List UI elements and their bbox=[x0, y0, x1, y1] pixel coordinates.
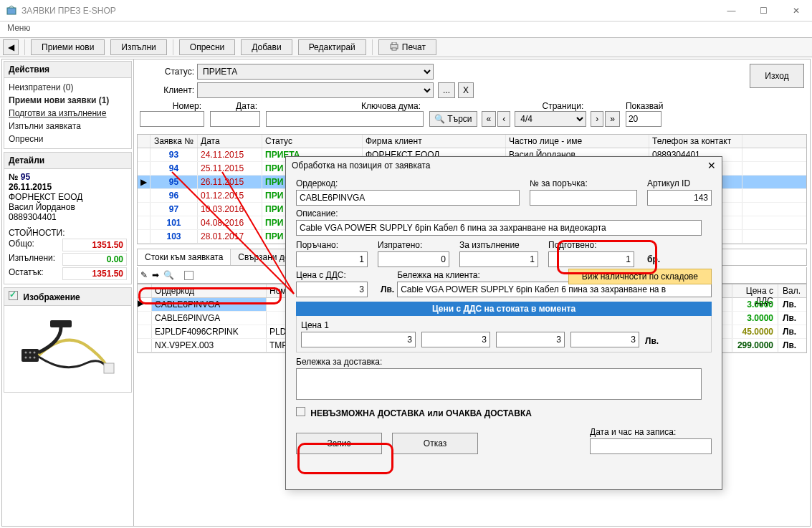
po-input[interactable] bbox=[530, 190, 637, 206]
page-next-button[interactable]: › bbox=[591, 111, 603, 127]
description-input[interactable] bbox=[296, 220, 702, 236]
price2-input[interactable] bbox=[421, 332, 490, 347]
date-input[interactable] bbox=[210, 111, 260, 127]
action-accept-new[interactable]: Приеми нови заявки (1) bbox=[9, 94, 127, 107]
fulfill-button[interactable]: Изпълни bbox=[110, 39, 166, 55]
exit-button[interactable]: Изход bbox=[750, 64, 804, 88]
product-image bbox=[14, 317, 122, 381]
action-fulfill[interactable]: Изпълни заявката bbox=[9, 120, 127, 133]
printer-icon bbox=[389, 42, 399, 53]
action-unsent[interactable]: Неизпратени (0) bbox=[9, 81, 127, 94]
pages-select[interactable]: 4/4 bbox=[515, 111, 586, 127]
page-prev-button[interactable]: ‹ bbox=[497, 111, 510, 127]
open-row-icon[interactable]: ➡ bbox=[152, 270, 159, 280]
app-icon bbox=[6, 5, 17, 16]
svg-rect-2 bbox=[392, 42, 396, 44]
svg-rect-12 bbox=[50, 320, 72, 327]
tab-items[interactable]: Стоки към заявката bbox=[138, 249, 231, 265]
svg-rect-4 bbox=[22, 349, 39, 362]
price-dds-input[interactable] bbox=[296, 282, 368, 297]
prepared-input[interactable] bbox=[548, 251, 634, 267]
price4-input[interactable] bbox=[570, 332, 639, 347]
number-input[interactable] bbox=[140, 111, 204, 127]
page-first-button[interactable]: « bbox=[482, 111, 497, 127]
actions-panel: Действия Неизпратени (0) Приеми нови зая… bbox=[4, 61, 132, 149]
svg-point-5 bbox=[24, 352, 27, 354]
menu-bar[interactable]: Меню bbox=[0, 21, 812, 37]
client-select[interactable] bbox=[197, 82, 434, 98]
edit-button[interactable]: Редактирай bbox=[298, 39, 366, 55]
page-last-button[interactable]: » bbox=[605, 111, 620, 127]
client-clear-button[interactable]: X bbox=[458, 82, 474, 98]
tofulfill-input[interactable] bbox=[459, 251, 538, 267]
client-lookup-button[interactable]: ... bbox=[438, 82, 455, 98]
svg-rect-0 bbox=[7, 8, 16, 14]
action-prepare[interactable]: Подготви за изпълнение bbox=[9, 107, 127, 120]
nav-prev-button[interactable]: ◀ bbox=[3, 39, 19, 55]
ordercode-input[interactable] bbox=[296, 190, 520, 206]
actions-header: Действия bbox=[4, 62, 131, 78]
edit-row-icon[interactable]: ✎ bbox=[140, 270, 148, 280]
modal-close-button[interactable]: ✕ bbox=[707, 160, 716, 171]
ordered-input[interactable] bbox=[296, 251, 368, 267]
items-checkbox[interactable] bbox=[184, 271, 194, 280]
timestamp-input[interactable] bbox=[590, 438, 712, 454]
price3-input[interactable] bbox=[496, 332, 565, 347]
sent-input[interactable] bbox=[378, 251, 449, 267]
maximize-button[interactable]: ☐ bbox=[747, 0, 780, 21]
article-id-input[interactable] bbox=[647, 190, 712, 206]
minimize-button[interactable]: — bbox=[715, 0, 747, 21]
details-header: Детайли bbox=[4, 153, 131, 169]
svg-rect-11 bbox=[104, 363, 114, 373]
svg-point-7 bbox=[33, 352, 35, 354]
search-row-icon[interactable]: 🔍 bbox=[163, 270, 174, 280]
svg-point-9 bbox=[29, 357, 31, 359]
save-button[interactable]: Запис bbox=[296, 433, 382, 454]
close-button[interactable]: ✕ bbox=[780, 0, 812, 21]
action-refresh[interactable]: Опресни bbox=[9, 133, 127, 145]
cancel-button[interactable]: Отказ bbox=[392, 433, 478, 454]
svg-point-8 bbox=[24, 357, 27, 359]
status-select[interactable]: ПРИЕТА bbox=[197, 64, 434, 80]
delivery-note-input[interactable] bbox=[296, 368, 702, 400]
modal-title: Обработка на позиция от заявката bbox=[292, 160, 430, 171]
show-input[interactable] bbox=[626, 111, 661, 127]
image-header: Изображение bbox=[4, 288, 131, 306]
print-button[interactable]: Печат bbox=[378, 39, 436, 55]
svg-rect-3 bbox=[392, 48, 396, 50]
svg-point-10 bbox=[33, 357, 35, 359]
svg-point-6 bbox=[29, 352, 31, 354]
keyword-input[interactable] bbox=[266, 111, 424, 127]
accept-new-button[interactable]: Приеми нови bbox=[31, 39, 105, 55]
image-checkbox[interactable] bbox=[9, 291, 18, 300]
title-bar: ЗАЯВКИ ПРЕЗ E-SHOP — ☐ ✕ bbox=[0, 0, 812, 21]
price1-input[interactable] bbox=[301, 332, 416, 347]
impossible-delivery-checkbox[interactable] bbox=[296, 407, 305, 416]
image-panel: Изображение bbox=[4, 287, 132, 393]
refresh-button[interactable]: Опресни bbox=[179, 39, 236, 55]
search-button[interactable]: 🔍 Търси bbox=[429, 111, 477, 127]
prices-bar: Цени с ДДС на стоката в момента bbox=[296, 302, 712, 316]
filters-panel: Изход Статус: ПРИЕТА Клиент: ... X Номер… bbox=[134, 59, 810, 134]
view-stock-button[interactable]: Виж наличности по складове bbox=[568, 269, 712, 284]
edit-position-modal: Обработка на позиция от заявката ✕ Ордер… bbox=[285, 156, 722, 490]
details-panel: Детайли № 95 26.11.2015 ФОРНЕКСТ ЕООД Ва… bbox=[4, 152, 132, 284]
window-title: ЗАЯВКИ ПРЕЗ E-SHOP bbox=[22, 6, 116, 16]
main-toolbar: ◀ Приеми нови Изпълни Опресни Добави Ред… bbox=[0, 37, 812, 57]
add-button[interactable]: Добави bbox=[241, 39, 292, 55]
